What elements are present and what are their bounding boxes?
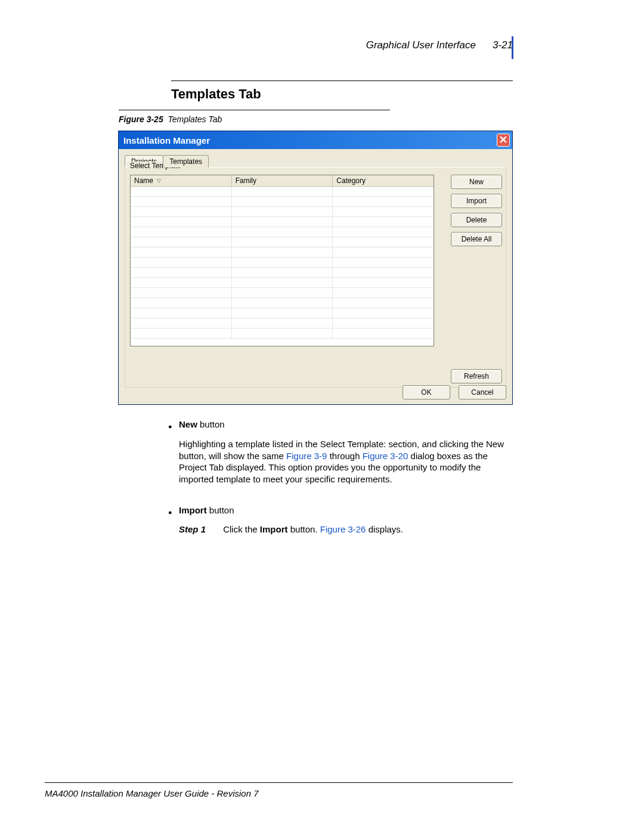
table-cell [131, 227, 232, 237]
bullet-icon [168, 420, 172, 432]
new-button[interactable]: New [451, 175, 502, 189]
dialog-titlebar: Installation Manager [119, 131, 512, 149]
table-cell [131, 318, 232, 328]
table-cell [232, 278, 333, 287]
footer-rule [45, 782, 513, 783]
table-cell [232, 187, 333, 196]
table-cell [232, 329, 333, 338]
column-header-name[interactable]: Name ▽ [131, 175, 232, 186]
column-header-family-label: Family [236, 176, 256, 185]
link-figure-3-26[interactable]: Figure 3-26 [320, 524, 366, 534]
step-1-label: Step 1 [179, 524, 206, 534]
table-cell [232, 207, 333, 216]
table-row[interactable] [131, 318, 434, 329]
table-cell [131, 247, 232, 257]
table-cell [333, 278, 434, 287]
table-cell [333, 237, 434, 247]
bullet-new-suffix: button [197, 419, 225, 429]
figure-label: Figure 3-25 [119, 114, 163, 124]
delete-all-button[interactable]: Delete All [451, 232, 502, 246]
link-figure-3-9[interactable]: Figure 3-9 [286, 451, 327, 461]
table-cell [333, 288, 434, 298]
section-rule [171, 80, 513, 81]
sort-desc-icon: ▽ [157, 178, 161, 184]
table-cell [131, 288, 232, 298]
bullet-new-body: Highlighting a template listed in the Se… [179, 438, 513, 485]
table-row[interactable] [131, 217, 434, 227]
tab-templates[interactable]: Templates [163, 155, 209, 168]
table-row[interactable] [131, 237, 434, 247]
list-rows [131, 187, 434, 339]
table-cell [131, 237, 232, 247]
close-icon [500, 136, 507, 145]
table-cell [131, 278, 232, 287]
table-cell [131, 268, 232, 277]
bullet-import-suffix: button [207, 505, 234, 515]
table-row[interactable] [131, 227, 434, 237]
table-cell [333, 268, 434, 277]
column-header-name-label: Name [134, 176, 153, 185]
table-row[interactable] [131, 278, 434, 288]
table-cell [232, 318, 333, 328]
column-header-family[interactable]: Family [232, 175, 333, 186]
section-title: Templates Tab [171, 86, 261, 102]
link-figure-3-20[interactable]: Figure 3-20 [363, 451, 408, 461]
table-cell [131, 298, 232, 308]
table-row[interactable] [131, 308, 434, 318]
figure-text: Templates Tab [168, 114, 222, 124]
table-row[interactable] [131, 329, 434, 339]
installation-manager-dialog: Installation Manager Projects Templates … [118, 131, 513, 405]
ok-button[interactable]: OK [402, 385, 450, 400]
table-cell [333, 258, 434, 267]
bullet-import-heading: Import button [179, 504, 513, 516]
table-cell [333, 329, 434, 338]
table-cell [333, 247, 434, 257]
table-row[interactable] [131, 258, 434, 268]
figure-rule [119, 110, 390, 110]
bullet-icon [168, 506, 172, 518]
table-cell [232, 288, 333, 298]
table-cell [131, 187, 232, 196]
close-button[interactable] [497, 134, 510, 147]
delete-button[interactable]: Delete [451, 213, 502, 227]
table-cell [232, 217, 333, 227]
table-cell [131, 217, 232, 227]
dialog-title: Installation Manager [123, 135, 210, 145]
import-button[interactable]: Import [451, 194, 502, 208]
side-button-stack: NewImportDeleteDelete All [451, 175, 502, 246]
cancel-button[interactable]: Cancel [459, 385, 506, 400]
table-cell [333, 308, 434, 318]
table-cell [333, 217, 434, 227]
table-row[interactable] [131, 298, 434, 308]
bullet-new-heading: New button [179, 419, 513, 431]
table-row[interactable] [131, 288, 434, 298]
figure-caption: Figure 3-25 Templates Tab [119, 114, 222, 124]
step-1-mid: button. [288, 524, 320, 534]
table-cell [333, 207, 434, 216]
table-row[interactable] [131, 207, 434, 217]
step-1-line: Step 1 Click the Import button. Figure 3… [179, 524, 513, 535]
table-cell [131, 329, 232, 338]
table-row[interactable] [131, 247, 434, 258]
column-header-category-label: Category [336, 176, 366, 185]
table-cell [333, 197, 434, 206]
footer-text: MA4000 Installation Manager User Guide -… [45, 788, 259, 798]
bullet-import-label: Import [179, 505, 207, 515]
table-row[interactable] [131, 268, 434, 278]
table-cell [333, 227, 434, 237]
list-header: Name ▽ Family Category [131, 175, 434, 187]
step-1-pre: Click the [223, 524, 260, 534]
column-header-category[interactable]: Category [333, 175, 434, 186]
table-cell [232, 197, 333, 206]
step-1-post: displays. [366, 524, 403, 534]
table-row[interactable] [131, 187, 434, 197]
refresh-button[interactable]: Refresh [451, 369, 502, 383]
table-cell [232, 237, 333, 247]
header-section: Graphical User Interface [366, 39, 476, 51]
template-list[interactable]: Name ▽ Family Category [130, 175, 434, 346]
table-cell [333, 187, 434, 196]
table-row[interactable] [131, 197, 434, 207]
tabstrip: Projects Templates [125, 154, 506, 167]
table-cell [131, 207, 232, 216]
new-body-mid: through [327, 451, 362, 461]
